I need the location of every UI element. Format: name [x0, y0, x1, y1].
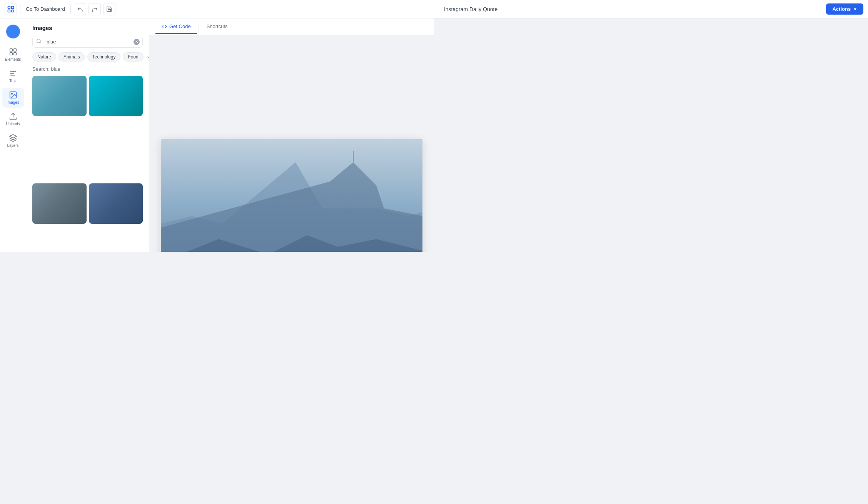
tab-shortcuts[interactable]: Shortcuts — [200, 20, 234, 34]
svg-rect-1 — [12, 6, 14, 8]
canvas-area: Get Code Shortcuts — [149, 18, 434, 252]
post-background — [161, 139, 422, 252]
svg-rect-2 — [8, 10, 10, 12]
sidebar-uploads-label: Uploads — [6, 122, 20, 126]
images-grid — [26, 76, 149, 252]
chip-nature[interactable]: Nature — [32, 52, 56, 62]
header: Go To Dashboard — [0, 0, 434, 18]
tab-get-code[interactable]: Get Code — [155, 20, 197, 34]
image-item[interactable] — [32, 183, 87, 224]
svg-rect-4 — [10, 49, 12, 51]
sidebar-elements-label: Elements — [5, 57, 21, 62]
category-chips: Nature Animals Technology Food › — [26, 52, 149, 66]
search-input[interactable] — [32, 36, 143, 48]
svg-rect-7 — [13, 53, 16, 55]
sidebar-images-label: Images — [7, 100, 19, 105]
search-icon — [36, 38, 42, 45]
header-actions — [74, 3, 115, 15]
sidebar-item-uploads[interactable]: Uploads — [2, 109, 24, 129]
panel-title: Images — [26, 18, 149, 36]
sidebar-item-text[interactable]: Text — [2, 66, 24, 86]
image-item[interactable] — [32, 76, 87, 116]
svg-marker-11 — [9, 135, 16, 138]
main-layout: Elements Text Images Uploads — [0, 18, 434, 252]
svg-point-9 — [11, 93, 12, 94]
sidebar-text-label: Text — [9, 79, 16, 83]
tab-shortcuts-label: Shortcuts — [207, 23, 228, 29]
tab-get-code-label: Get Code — [169, 23, 191, 29]
image-item[interactable] — [89, 76, 143, 116]
header-left: Go To Dashboard — [5, 3, 115, 15]
images-panel: Images ✕ Nature Animals Technology Food … — [26, 18, 149, 252]
search-results-label: Search: blue — [26, 66, 149, 76]
toolbar-divider — [199, 23, 199, 31]
chip-animals[interactable]: Animals — [58, 52, 85, 62]
search-clear-button[interactable]: ✕ — [134, 39, 140, 45]
chip-technology[interactable]: Technology — [87, 52, 121, 62]
save-button[interactable] — [103, 3, 115, 15]
sidebar-layers-label: Layers — [7, 143, 18, 148]
chips-scroll-right[interactable]: › — [146, 52, 149, 62]
svg-rect-5 — [13, 49, 16, 51]
avatar — [6, 25, 20, 38]
post-canvas[interactable]: {quote} @yourusername — [161, 139, 422, 252]
sidebar-item-elements[interactable]: Elements — [2, 45, 24, 65]
image-item[interactable] — [89, 183, 143, 224]
svg-rect-0 — [8, 6, 10, 8]
dashboard-button[interactable]: Go To Dashboard — [20, 4, 71, 14]
chip-food[interactable]: Food — [123, 52, 143, 62]
undo-button[interactable] — [74, 3, 86, 15]
svg-rect-3 — [12, 10, 14, 12]
svg-point-12 — [37, 39, 40, 42]
svg-rect-6 — [10, 53, 12, 55]
search-container: ✕ — [32, 36, 143, 48]
sidebar-item-images[interactable]: Images — [2, 88, 24, 108]
canvas-main: {quote} @yourusername Reset View — [149, 35, 434, 252]
sidebar-item-layers[interactable]: Layers — [2, 131, 24, 151]
canvas-toolbar: Get Code Shortcuts — [149, 18, 434, 35]
app-logo — [5, 3, 17, 15]
redo-button[interactable] — [88, 3, 101, 15]
sidebar-icons: Elements Text Images Uploads — [0, 18, 26, 252]
